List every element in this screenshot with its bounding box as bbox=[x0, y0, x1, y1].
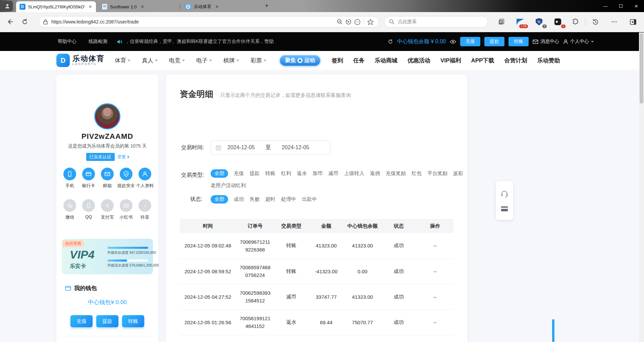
cell-status: 成功 bbox=[381, 284, 417, 309]
person-icon bbox=[139, 168, 151, 180]
nav-app-download[interactable]: APP下载 bbox=[471, 57, 494, 64]
chevron-down-icon bbox=[182, 60, 185, 61]
flag-extension[interactable]: 1.00 bbox=[515, 17, 525, 27]
sidebar-item-xiaohongshu[interactable]: 红书 小红书 bbox=[117, 199, 135, 220]
tab-close-icon[interactable]: ✕ bbox=[215, 4, 219, 9]
status-filter-timeout[interactable]: 超时 bbox=[265, 196, 275, 203]
nav-menu-lottery[interactable]: 彩票 bbox=[251, 57, 266, 64]
message-center-link[interactable]: 消息中心 bbox=[533, 39, 559, 45]
customer-service-headset-icon[interactable] bbox=[500, 190, 508, 198]
favorite-star-icon[interactable] bbox=[366, 17, 375, 26]
sidebar-item-bankcard[interactable]: 银行卡 bbox=[80, 168, 97, 189]
new-tab-button[interactable]: + bbox=[265, 2, 269, 9]
refresh-button[interactable] bbox=[19, 16, 30, 27]
minimize-button[interactable]: — bbox=[598, 0, 613, 12]
nav-tasks[interactable]: 任务 bbox=[353, 57, 365, 64]
topbar-deposit-button[interactable]: 充值 bbox=[460, 37, 480, 46]
nav-vip[interactable]: VIP福利 bbox=[440, 57, 461, 64]
tab-close-icon[interactable]: ✕ bbox=[89, 4, 92, 9]
page-scrollbar-thumb[interactable] bbox=[640, 33, 643, 104]
person-icon bbox=[4, 3, 10, 9]
type-filter-add-coin[interactable]: 加币 bbox=[313, 170, 323, 177]
type-filter-bonus[interactable]: 红利 bbox=[281, 170, 291, 177]
address-bar[interactable]: https://www.ledong842.cc:2087/user/trade bbox=[39, 16, 379, 27]
tab-ledong[interactable]: D 乐动体育 ✕ bbox=[182, 1, 260, 12]
zoom-out-icon[interactable] bbox=[335, 17, 344, 26]
sidebar-item-qq[interactable]: QQ bbox=[80, 199, 97, 220]
tab-sunflower[interactable]: Sunflower 2.0 ✕ bbox=[99, 1, 178, 12]
date-range-picker[interactable]: 2024-12-05 至 2024-12-05 bbox=[211, 140, 330, 155]
type-filter-deposit[interactable]: 充值 bbox=[234, 170, 244, 177]
topbar-transfer-button[interactable]: 转账 bbox=[508, 37, 529, 46]
user-avatar[interactable] bbox=[94, 103, 120, 129]
type-filter-old-user-bonus[interactable]: 老用户活动红利 bbox=[211, 182, 246, 189]
status-filter-all[interactable]: 全部 bbox=[211, 195, 228, 204]
status-filter-processing[interactable]: 处理中 bbox=[281, 196, 296, 203]
page-scrollbar[interactable] bbox=[639, 33, 644, 342]
type-filter-rebate[interactable]: 返水 bbox=[297, 170, 307, 177]
type-filter-platform-reward[interactable]: 平台奖励 bbox=[427, 170, 447, 177]
nav-mall[interactable]: 乐动商城 bbox=[375, 57, 397, 64]
sidebar-item-alipay[interactable]: 支 支付宝 bbox=[99, 199, 116, 220]
change-link[interactable]: 变更 bbox=[117, 154, 129, 160]
settings-more-button[interactable] bbox=[609, 17, 619, 27]
transfer-button[interactable]: 转账 bbox=[122, 315, 144, 327]
refresh-balance-icon[interactable] bbox=[388, 39, 393, 44]
collections-button[interactable] bbox=[496, 17, 506, 27]
sidebar-item-wechat[interactable]: 微信 bbox=[61, 199, 78, 220]
app-extension[interactable]: 1 bbox=[553, 17, 563, 27]
deposit-button[interactable]: 充值 bbox=[70, 315, 93, 327]
status-filter-failed[interactable]: 失败 bbox=[250, 196, 260, 203]
maximize-button[interactable] bbox=[613, 0, 629, 12]
table-scrollbar-thumb[interactable] bbox=[552, 319, 554, 342]
type-filter-transfer[interactable]: 转账 bbox=[265, 170, 275, 177]
nav-menu-slots[interactable]: 电子 bbox=[196, 57, 212, 64]
sidebar-item-withdraw-security[interactable]: 提款安全 bbox=[117, 168, 135, 189]
status-filter-success[interactable]: 成功 bbox=[234, 196, 244, 203]
focus-sports-button[interactable]: 聚焦 运动 bbox=[280, 55, 320, 66]
personal-center-link[interactable]: 个人中心 bbox=[563, 39, 594, 45]
back-button[interactable] bbox=[5, 16, 15, 27]
line-check-link[interactable]: 线路检测 bbox=[89, 39, 107, 45]
sidebar-item-phone[interactable]: 手机 bbox=[61, 168, 78, 189]
nav-checkin[interactable]: 签到 bbox=[332, 57, 343, 64]
nav-menu-live[interactable]: 真人 bbox=[142, 57, 158, 64]
type-filter-withdraw[interactable]: 提款 bbox=[250, 170, 260, 177]
menu-hamburger-icon[interactable] bbox=[501, 207, 508, 211]
withdraw-button[interactable]: 提款 bbox=[96, 315, 118, 327]
site-logo[interactable]: D 乐动体育 LDSPORTS bbox=[56, 54, 105, 67]
status-filter-paying[interactable]: 出款中 bbox=[302, 196, 317, 203]
close-window-button[interactable]: ✕ bbox=[629, 0, 644, 12]
nav-menu-sports[interactable]: 体育 bbox=[115, 57, 130, 64]
type-filter-all[interactable]: 全部 bbox=[211, 169, 228, 178]
type-filter-payout[interactable]: 派彩 bbox=[453, 170, 463, 177]
topbar-withdraw-button[interactable]: 提款 bbox=[484, 37, 504, 46]
type-filter-deduct-coin[interactable]: 减币 bbox=[328, 170, 338, 177]
nav-menu-esports[interactable]: 电竞 bbox=[169, 57, 185, 64]
tab-close-icon[interactable]: ✕ bbox=[141, 4, 144, 9]
sidebar-item-email[interactable]: 邮箱 bbox=[99, 168, 116, 189]
nav-partnership[interactable]: 合营计划 bbox=[504, 57, 527, 64]
type-filter-red-packet[interactable]: 红包 bbox=[412, 170, 422, 177]
shield-extension[interactable]: % 2 bbox=[534, 17, 544, 27]
nav-sponsorship[interactable]: 乐动赞助 bbox=[537, 57, 560, 64]
history-button[interactable] bbox=[590, 17, 600, 27]
more-tools-icon[interactable] bbox=[353, 17, 362, 26]
nav-menu-cards[interactable]: 棋牌 bbox=[223, 57, 239, 64]
extensions-button[interactable] bbox=[570, 17, 580, 27]
nav-promotions[interactable]: 优惠活动 bbox=[408, 57, 430, 64]
type-filter-commission[interactable]: 返佣 bbox=[370, 170, 380, 177]
eye-icon[interactable] bbox=[450, 40, 456, 44]
sidebar-item-profile[interactable]: 个人资料 bbox=[136, 168, 154, 189]
sidebar-panel-button[interactable] bbox=[628, 17, 638, 27]
type-filter-upline-transfer[interactable]: 上级转入 bbox=[344, 170, 364, 177]
date-to-value[interactable]: 2024-12-05 bbox=[282, 145, 309, 151]
date-from-value[interactable]: 2024-12-05 bbox=[227, 145, 255, 151]
tab-active[interactable]: D 5LmQ5Yqo5L2T6IKyfOS5kOWKqC ✕ bbox=[16, 1, 96, 12]
sidebar-item-douyin[interactable]: ♪ 抖音 bbox=[136, 199, 154, 220]
translate-icon[interactable] bbox=[344, 17, 353, 26]
type-filter-deposit-reward[interactable]: 充值奖励 bbox=[386, 170, 406, 177]
browser-profile-button[interactable] bbox=[2, 1, 13, 11]
help-center-link[interactable]: 帮助中心 bbox=[58, 39, 76, 45]
search-box[interactable]: 点此搜索 bbox=[384, 16, 488, 27]
